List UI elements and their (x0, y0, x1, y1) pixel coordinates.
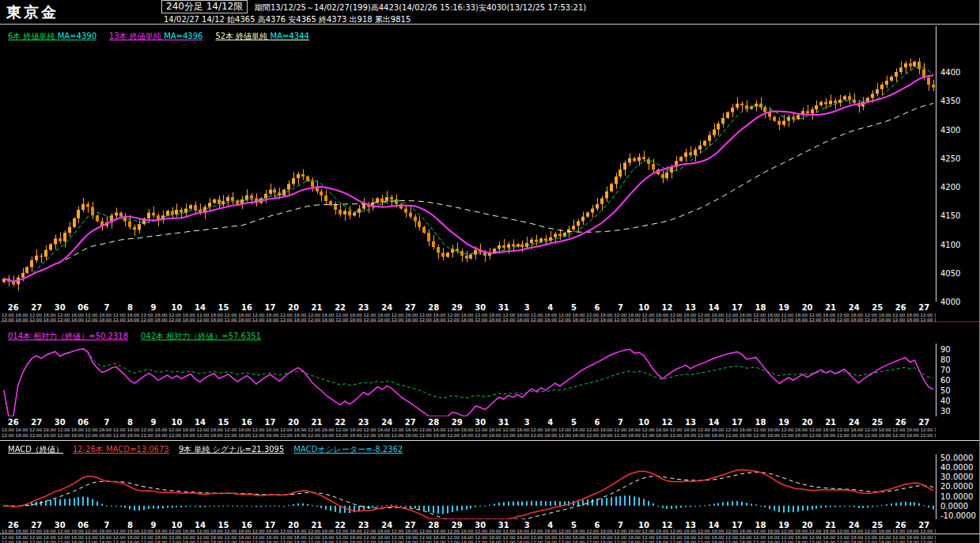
x-axis-day-label: 27 (31, 418, 42, 427)
x-axis-day-label: 15 (218, 303, 229, 312)
legend-item: MACD（終値） (8, 444, 63, 455)
x-axis-day-label: 19 (778, 418, 789, 427)
x-axis-days: 2627300678910141516172021222324272829303… (2, 303, 936, 312)
y-axis-label: 80 (940, 355, 951, 363)
x-axis-day-label: 18 (755, 303, 766, 312)
y-axis-label: 30.0000 (940, 473, 973, 481)
y-axis-label: 10.0000 (940, 492, 973, 500)
x-axis-day-label: 20 (288, 418, 299, 427)
x-axis-day-label: 4 (547, 418, 553, 427)
x-axis-day-label: 22 (335, 418, 346, 427)
x-axis-day-label: 30 (475, 418, 486, 427)
x-axis-day-label: 23 (358, 418, 369, 427)
x-axis-day-label: 21 (825, 303, 836, 312)
x-axis-day-label: 20 (802, 418, 813, 427)
legend-item: 9本 単純 シグナル=21.3095 (179, 444, 284, 455)
x-axis-day-label: 13 (685, 303, 696, 312)
x-axis-day-label: 30 (55, 303, 66, 312)
x-axis-day-label: 27 (918, 418, 929, 427)
x-axis-day-label: 5 (571, 303, 577, 312)
x-axis-day-label: 14 (709, 303, 720, 312)
x-axis-day-label: 24 (381, 303, 392, 312)
x-axis-day-label: 10 (638, 418, 649, 427)
x-axis-day-label: 6 (594, 303, 600, 312)
x-axis-day-label: 4 (547, 303, 553, 312)
x-axis-day-label: 22 (335, 303, 346, 312)
x-axis-day-label: 27 (405, 418, 416, 427)
macd-chart-canvas[interactable] (2, 454, 936, 519)
y-axis-label: 4100 (940, 240, 960, 249)
macd-axis: 50.000040.000030.000020.000010.00000.000… (936, 454, 979, 519)
x-axis-day-label: 19 (778, 303, 789, 312)
y-axis-label: 70 (940, 365, 951, 374)
x-axis-day-label: 10 (171, 303, 182, 312)
y-axis-label: 4050 (940, 268, 960, 277)
x-axis-day-label: 17 (732, 303, 743, 312)
macd-panel: MACD（終値）12-26本 MACD=13.06739本 単純 シグナル=21… (0, 442, 980, 543)
legend-item: 6本 終値単純 MA=4390 (8, 31, 96, 42)
x-axis-day-label: 15 (218, 418, 229, 427)
y-axis-label: 4200 (940, 183, 960, 192)
x-axis-day-label: 31 (498, 418, 509, 427)
x-axis-day-label: 17 (732, 418, 743, 427)
x-axis-day-label: 27 (918, 303, 929, 312)
y-axis-label: 4300 (940, 125, 960, 134)
x-axis-day-label: 27 (405, 303, 416, 312)
price-axis: 440043504300425042004150410040504000 (936, 26, 979, 302)
x-axis-day-label: 26 (8, 418, 19, 427)
x-axis-day-label: 17 (265, 418, 276, 427)
rsi-axis: 90807060504030 (936, 344, 979, 416)
x-axis-times: 12:00 18:00 12:00 18:00 12:00 18:00 12:0… (2, 433, 936, 438)
x-axis-day-label: 8 (127, 418, 133, 427)
x-axis-day-label: 9 (150, 418, 156, 427)
x-axis-day-label: 3 (524, 303, 530, 312)
y-axis-label: 30 (940, 407, 951, 416)
x-axis-day-label: 10 (638, 303, 649, 312)
x-axis-day-label: 3 (524, 418, 530, 427)
rsi-chart-canvas[interactable] (2, 344, 936, 416)
y-axis-label: 4400 (940, 68, 960, 77)
y-axis-label: 40.0000 (940, 462, 973, 471)
x-axis-day-label: 29 (452, 303, 463, 312)
x-axis-day-label: 28 (428, 303, 439, 312)
x-axis-times: 12:00 18:00 12:00 18:00 12:00 18:00 12:0… (2, 540, 936, 543)
x-axis-day-label: 17 (265, 303, 276, 312)
x-axis-day-label: 16 (241, 303, 252, 312)
x-axis-day-label: 26 (895, 303, 906, 312)
x-axis-days: 2627300678910141516172021222324272829303… (2, 418, 936, 427)
x-axis-day-label: 21 (312, 303, 323, 312)
y-axis-label: 0.0000 (940, 501, 968, 510)
x-axis-day-label: 25 (872, 303, 883, 312)
x-axis-day-label: 23 (358, 303, 369, 312)
price-chart-panel: 440043504300425042004150410040504000 6本 … (0, 25, 980, 323)
y-axis-label: 40 (940, 397, 951, 405)
x-axis-times: 12:00 18:00 12:00 18:00 12:00 18:00 12:0… (2, 427, 936, 432)
y-axis-label: 4350 (940, 97, 960, 105)
timeframe-contract-box[interactable]: 240分足 14/12限 (161, 0, 248, 13)
x-axis-day-label: 21 (312, 418, 323, 427)
legend-item: 52本 終値単純 MA=4344 (215, 31, 308, 42)
x-axis-day-label: 16 (241, 418, 252, 427)
x-axis-day-label: 24 (849, 418, 860, 427)
x-axis-day-label: 28 (428, 418, 439, 427)
x-axis-day-label: 30 (475, 303, 486, 312)
ma-legend: 6本 終値単純 MA=439013本 終値単純 MA=439652本 終値単純 … (8, 31, 309, 42)
period-high-low-info: 期間13/12/25～14/02/27(199)高4423(14/02/26 1… (255, 2, 586, 13)
x-axis-day-label: 24 (849, 303, 860, 312)
x-axis-day-label: 7 (618, 418, 623, 427)
x-axis-day-label: 30 (55, 418, 66, 427)
panel-separator-red (0, 321, 980, 322)
legend-item: 12-26本 MACD=13.0673 (73, 444, 169, 455)
y-axis-label: 50 (940, 386, 951, 395)
x-axis-day-label: 18 (755, 418, 766, 427)
rsi-legend: 014本 相対力（終値）=50.2318042本 相対力（終値）=57.6351 (8, 331, 261, 342)
y-axis-label: 90 (940, 344, 951, 353)
candlestick-chart-canvas[interactable] (2, 26, 936, 302)
x-axis-day-label: 31 (498, 303, 509, 312)
x-axis-day-label: 12 (661, 418, 672, 427)
y-axis-label: 50.0000 (940, 453, 973, 461)
y-axis-label: 60 (940, 376, 951, 385)
legend-item: 014本 相対力（終値）=50.2318 (8, 331, 128, 342)
panel-separator (0, 534, 980, 534)
x-axis-day-label: 14 (195, 303, 206, 312)
